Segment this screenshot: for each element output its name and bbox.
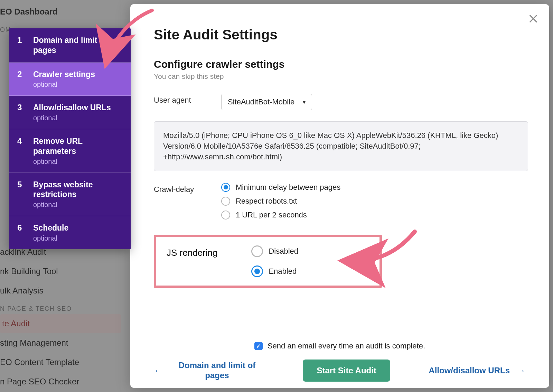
- js-rendering-highlight: JS rendering Disabled Enabled: [154, 235, 382, 288]
- user-agent-label: User agent: [154, 94, 221, 105]
- step-number: 3: [17, 103, 24, 122]
- step-optional: optional: [33, 158, 122, 166]
- radio-label: Respect robots.txt: [236, 197, 297, 206]
- step-number: 6: [17, 223, 24, 242]
- prev-step-label: Domain and limit of pages: [170, 361, 264, 381]
- wizard-step-4[interactable]: 4 Remove URL parameters optional: [9, 129, 131, 173]
- step-number: 5: [17, 180, 24, 209]
- crawl-delay-option-robots[interactable]: Respect robots.txt: [221, 197, 526, 206]
- step-optional: optional: [33, 114, 111, 122]
- wizard-step-2[interactable]: 2 Crawler settings optional: [9, 63, 131, 96]
- wizard-step-5[interactable]: 5 Bypass website restrictions optional: [9, 173, 131, 216]
- step-number: 4: [17, 136, 24, 166]
- step-optional: optional: [33, 81, 95, 88]
- js-rendering-radio-group: Disabled Enabled: [251, 245, 298, 277]
- wizard-steps: 1 Domain and limit of pages 2 Crawler se…: [9, 28, 131, 249]
- start-site-audit-button[interactable]: Start Site Audit: [303, 360, 390, 382]
- step-optional: optional: [33, 201, 122, 209]
- wizard-step-3[interactable]: 3 Allow/disallow URLs optional: [9, 96, 131, 129]
- radio-icon: [221, 197, 230, 206]
- step-title: Remove URL parameters: [33, 136, 122, 156]
- next-step-link[interactable]: Allow/disallow URLs →: [429, 365, 526, 376]
- radio-label: Disabled: [269, 247, 298, 256]
- site-audit-settings-modal: Site Audit Settings Configure crawler se…: [130, 4, 549, 388]
- wizard-step-6[interactable]: 6 Schedule optional: [9, 216, 131, 249]
- section-subtext: You can skip this step: [154, 72, 526, 81]
- email-checkbox-label: Send an email every time an audit is com…: [268, 342, 425, 351]
- js-rendering-label: JS rendering: [167, 245, 217, 258]
- wizard-step-1[interactable]: 1 Domain and limit of pages: [9, 28, 131, 63]
- step-title: Schedule: [33, 223, 68, 233]
- user-agent-string: Mozilla/5.0 (iPhone; CPU iPhone OS 6_0 l…: [154, 121, 528, 171]
- step-optional: optional: [33, 234, 68, 242]
- close-icon: [528, 14, 538, 24]
- radio-icon: [221, 183, 230, 192]
- js-rendering-option-enabled[interactable]: Enabled: [251, 265, 298, 277]
- select-value: SiteAuditBot-Mobile: [228, 97, 294, 106]
- step-title: Allow/disallow URLs: [33, 103, 111, 113]
- crawl-delay-label: Crawl-delay: [154, 183, 221, 194]
- chevron-down-icon: ▾: [303, 99, 306, 105]
- close-button[interactable]: [526, 12, 540, 26]
- next-step-label: Allow/disallow URLs: [429, 366, 510, 375]
- step-title: Crawler settings: [33, 69, 95, 80]
- checkbox-icon: ✓: [254, 342, 263, 350]
- user-agent-select[interactable]: SiteAuditBot-Mobile ▾: [221, 94, 312, 110]
- radio-label: Minimum delay between pages: [236, 183, 340, 192]
- step-title: Domain and limit of pages: [33, 35, 122, 55]
- modal-footer: ← Domain and limit of pages Start Site A…: [154, 360, 526, 382]
- arrow-right-icon: →: [517, 365, 526, 376]
- radio-icon: [251, 265, 263, 277]
- section-title: Configure crawler settings: [154, 58, 526, 70]
- step-number: 1: [17, 35, 24, 55]
- js-rendering-option-disabled[interactable]: Disabled: [251, 245, 298, 257]
- step-title: Bypass website restrictions: [33, 180, 122, 200]
- arrow-left-icon: ←: [154, 365, 163, 376]
- radio-label: Enabled: [269, 267, 297, 276]
- radio-icon: [251, 245, 263, 257]
- step-number: 2: [17, 69, 24, 89]
- crawl-delay-option-min[interactable]: Minimum delay between pages: [221, 183, 526, 192]
- modal-title: Site Audit Settings: [154, 27, 526, 43]
- radio-label: 1 URL per 2 seconds: [236, 211, 307, 220]
- crawl-delay-option-1per2s[interactable]: 1 URL per 2 seconds: [221, 211, 526, 220]
- email-notification-row[interactable]: ✓ Send an email every time an audit is c…: [130, 342, 549, 351]
- radio-icon: [221, 211, 230, 220]
- crawl-delay-radio-group: Minimum delay between pages Respect robo…: [221, 183, 526, 220]
- prev-step-link[interactable]: ← Domain and limit of pages: [154, 361, 264, 381]
